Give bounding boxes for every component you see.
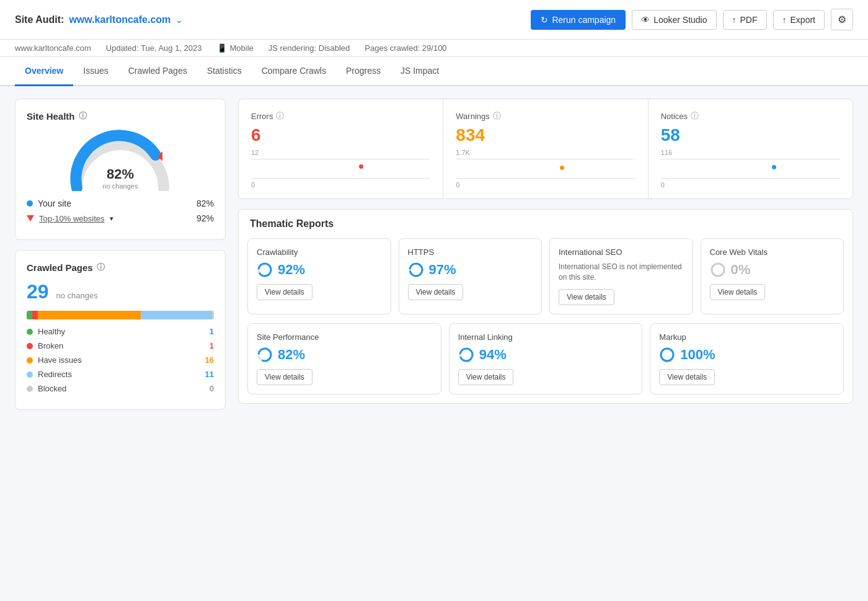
broken-label: Broken — [38, 341, 63, 350]
warnings-info-icon[interactable]: ⓘ — [493, 110, 501, 122]
https-view-details-button[interactable]: View details — [408, 284, 464, 300]
markup-view-details-button[interactable]: View details — [659, 369, 715, 385]
notices-value: 58 — [661, 125, 840, 145]
crawlability-circle-icon — [257, 262, 273, 278]
errors-chart: 12 0 — [251, 150, 430, 187]
warnings-metric: Warnings ⓘ 834 1.7K 0 — [443, 99, 648, 198]
gauge-center-text: 82% no changes — [103, 166, 138, 190]
report-internal-linking: Internal Linking 94% View details — [449, 323, 643, 394]
site-url[interactable]: www.karltoncafe.com — [69, 14, 170, 25]
settings-button[interactable]: ⚙ — [831, 9, 853, 30]
notices-chart-high: 116 — [661, 149, 672, 156]
top-bar: Site Audit: www.karltoncafe.com ⌄ ↻ Reru… — [0, 0, 868, 40]
markup-score: 100% — [659, 347, 835, 363]
mobile-icon: 📱 — [217, 43, 227, 53]
errors-info-icon[interactable]: ⓘ — [276, 110, 284, 122]
warnings-label: Warnings — [456, 112, 489, 121]
report-https: HTTPS 97% View details — [399, 238, 542, 314]
int-seo-view-details-button[interactable]: View details — [559, 289, 614, 305]
your-site-label: Your site — [38, 198, 71, 208]
rerun-campaign-button[interactable]: ↻ Rerun campaign — [531, 10, 626, 30]
tab-progress[interactable]: Progress — [336, 57, 391, 86]
notices-dot — [772, 165, 776, 169]
errors-chart-low: 0 — [251, 181, 255, 189]
int-linking-circle-icon — [458, 347, 474, 363]
crawlability-view-details-button[interactable]: View details — [257, 284, 312, 300]
bar-blocked — [212, 311, 214, 319]
gauge-sub: no changes — [103, 182, 138, 190]
bar-broken — [32, 311, 38, 319]
tab-statistics[interactable]: Statistics — [197, 57, 252, 86]
broken-dot — [27, 343, 33, 349]
crawlability-score: 92% — [257, 262, 382, 278]
list-item: Have issues 16 — [27, 355, 214, 365]
int-linking-view-details-button[interactable]: View details — [458, 369, 514, 385]
url-chevron-icon[interactable]: ⌄ — [175, 15, 183, 25]
site-perf-view-details-button[interactable]: View details — [257, 369, 312, 385]
warnings-chart: 1.7K 0 — [456, 150, 635, 187]
tab-issues[interactable]: Issues — [73, 57, 118, 86]
int-seo-desc: International SEO is not implemented on … — [559, 262, 684, 283]
crawlability-name: Crawlability — [257, 247, 382, 257]
bar-healthy — [27, 311, 32, 319]
svg-point-9 — [460, 349, 472, 361]
errors-dot — [359, 164, 363, 169]
top10-row: Top-10% websites ▾ 92% — [27, 213, 214, 223]
issues-label: Have issues — [38, 355, 82, 365]
healthy-dot — [27, 329, 33, 335]
right-panel: Errors ⓘ 6 12 0 Warnings ⓘ 834 — [238, 99, 853, 576]
site-perf-name: Site Performance — [257, 332, 432, 342]
warnings-line-low — [456, 178, 635, 179]
domain-label: www.karltoncafe.com — [15, 43, 91, 53]
errors-label: Errors — [251, 112, 273, 121]
tab-compare-crawls[interactable]: Compare Crawls — [252, 57, 336, 86]
report-international-seo: International SEO International SEO is n… — [549, 238, 693, 314]
export-button[interactable]: ↑ Export — [773, 10, 825, 30]
errors-chart-high: 12 — [251, 149, 259, 156]
issues-dot — [27, 357, 33, 363]
crawled-no-changes: no changes — [56, 291, 97, 300]
notices-label: Notices — [661, 112, 688, 121]
notices-chart-low: 0 — [661, 181, 665, 189]
tab-js-impact[interactable]: JS Impact — [391, 57, 449, 86]
int-linking-score: 94% — [458, 347, 634, 363]
report-core-web-vitals: Core Web Vitals 0% View details — [701, 238, 844, 314]
top10-label[interactable]: Top-10% websites — [39, 214, 105, 223]
healthy-count: 1 — [210, 327, 214, 336]
crawled-pages-card: Crawled Pages ⓘ 29 no changes Health — [15, 250, 226, 410]
blocked-label: Blocked — [38, 384, 66, 393]
healthy-label: Healthy — [38, 327, 65, 336]
blocked-count: 0 — [210, 384, 214, 393]
site-legend: Your site 82% Top-10% websites ▾ 92% — [27, 198, 214, 223]
bar-redirects — [141, 311, 212, 319]
crawled-pages-title: Crawled Pages ⓘ — [27, 262, 214, 273]
errors-line-high — [251, 159, 430, 159]
issues-count: 16 — [205, 355, 214, 365]
tab-overview[interactable]: Overview — [15, 57, 73, 86]
https-circle-icon — [408, 262, 424, 278]
thematic-reports-container: Thematic Reports Crawlability 92% View d… — [238, 209, 853, 404]
upload-icon: ↑ — [732, 15, 737, 25]
list-item: Redirects 11 — [27, 370, 214, 379]
tab-crawled-pages[interactable]: Crawled Pages — [118, 57, 197, 86]
notices-info-icon[interactable]: ⓘ — [691, 110, 699, 122]
notices-line-high — [661, 159, 840, 159]
gauge-percent: 82% — [103, 166, 138, 182]
cwv-view-details-button[interactable]: View details — [710, 284, 766, 300]
gauge-container: 82% no changes — [27, 129, 214, 191]
pdf-button[interactable]: ↑ PDF — [723, 10, 767, 30]
warnings-chart-high: 1.7K — [456, 149, 470, 156]
report-crawlability: Crawlability 92% View details — [247, 238, 391, 314]
your-site-row: Your site 82% — [27, 198, 214, 208]
crawled-pages-info-icon[interactable]: ⓘ — [97, 262, 105, 273]
looker-studio-button[interactable]: 👁 Looker Studio — [632, 10, 716, 30]
site-health-info-icon[interactable]: ⓘ — [79, 110, 87, 122]
js-rendering-label: JS rendering: Disabled — [268, 43, 350, 53]
top10-chevron[interactable]: ▾ — [110, 215, 113, 223]
list-item: Healthy 1 — [27, 327, 214, 336]
markup-circle-icon — [659, 347, 675, 363]
notices-line-low — [661, 178, 840, 179]
left-panel: Site Health ⓘ 82% no change — [15, 99, 226, 576]
thematic-reports-title: Thematic Reports — [239, 210, 852, 229]
svg-point-11 — [661, 349, 673, 361]
